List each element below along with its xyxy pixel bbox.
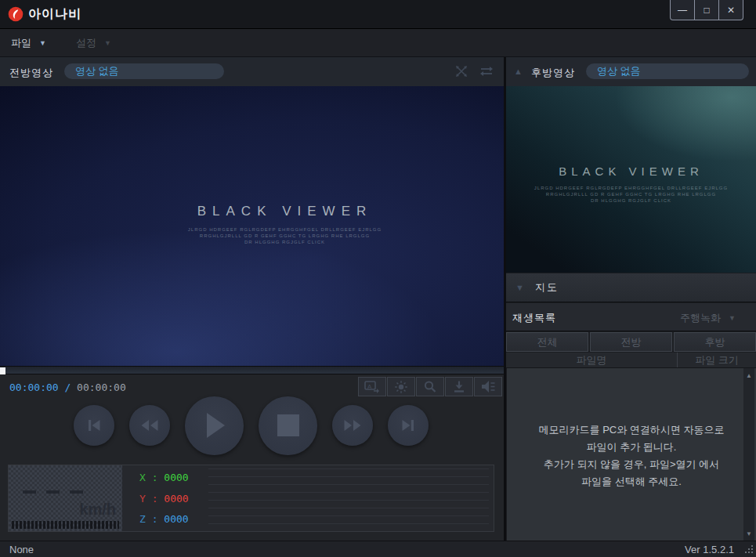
file-table-header: 파일명 파일 크기 bbox=[506, 353, 756, 368]
version-label: Ver 1.5.2.1 bbox=[685, 544, 734, 555]
map-section-header[interactable]: ▼ 지도 bbox=[506, 273, 756, 302]
skip-back-button[interactable] bbox=[74, 405, 114, 446]
window-controls: — □ ✕ bbox=[671, 0, 743, 20]
collapse-down-icon: ▼ bbox=[515, 283, 524, 292]
gsensor-z: Z : 0000 bbox=[139, 513, 201, 525]
scroll-up-icon[interactable]: ▲ bbox=[743, 370, 754, 381]
chevron-down-icon: ▼ bbox=[104, 39, 111, 47]
app-window: 아이나비 — □ ✕ 파일 ▼ 설정 ▼ 전방영상 영상 없음 ▲ bbox=[0, 0, 756, 557]
rewind-icon bbox=[139, 417, 160, 434]
column-filename[interactable]: 파일명 bbox=[506, 353, 678, 367]
app-title: 아이나비 bbox=[28, 6, 81, 23]
transport-controls bbox=[74, 394, 429, 457]
minimize-button[interactable]: — bbox=[670, 0, 695, 20]
gsensor-y: Y : 0000 bbox=[139, 493, 201, 505]
stop-icon bbox=[277, 414, 300, 437]
seek-handle[interactable] bbox=[0, 367, 5, 374]
map-title: 지도 bbox=[535, 280, 559, 295]
speed-tick-strip bbox=[12, 521, 119, 529]
seek-bar[interactable] bbox=[0, 366, 504, 374]
rear-video-view[interactable]: BLACK VIEWER JLRGD HDRGEEF RGLRGDEFP EHR… bbox=[506, 86, 756, 273]
telemetry-panel: km/h X : 0000 Y : 0000 Z : 0000 bbox=[8, 465, 494, 532]
capture-icon: A bbox=[364, 380, 381, 393]
column-filesize[interactable]: 파일 크기 bbox=[678, 353, 756, 367]
front-video-title: 전방영상 bbox=[9, 66, 53, 80]
empty-list-message: 메모리카드를 PC와 연결하시면 자동으로 파일이 추가 됩니다. 추가가 되지… bbox=[507, 421, 756, 490]
maximize-button[interactable]: □ bbox=[694, 0, 719, 20]
front-video-view[interactable]: BLACK VIEWER JLRGD HDRGEEF RGLRGDEFP EHR… bbox=[0, 86, 504, 366]
play-button[interactable] bbox=[185, 396, 244, 455]
brightness-icon bbox=[394, 380, 408, 394]
play-icon bbox=[201, 411, 228, 440]
file-list-scrollbar[interactable]: ▲ ▼ bbox=[743, 368, 754, 541]
resize-grip-icon[interactable] bbox=[743, 544, 754, 555]
status-text: None bbox=[9, 544, 34, 555]
watermark-title: BLACK VIEWER bbox=[33, 204, 504, 219]
rear-video-title: 후방영상 bbox=[531, 66, 575, 80]
menu-file-label: 파일 bbox=[11, 36, 31, 50]
menu-file[interactable]: 파일 ▼ bbox=[11, 36, 46, 50]
total-time: 00:00:00 bbox=[77, 382, 126, 393]
front-watermark: BLACK VIEWER JLRGD HDRGEEF RGLRGDEFP EHR… bbox=[33, 204, 504, 245]
close-button[interactable]: ✕ bbox=[718, 0, 743, 20]
title-bar: 아이나비 — □ ✕ bbox=[0, 0, 756, 29]
volume-icon bbox=[480, 380, 496, 393]
playback-panel: 00:00:00 / 00:00:00 A bbox=[0, 374, 504, 541]
skip-back-icon bbox=[85, 416, 103, 435]
filter-front-button[interactable]: 전방 bbox=[590, 332, 672, 352]
status-bar: None Ver 1.5.2.1 bbox=[0, 541, 756, 557]
menu-settings-label: 설정 bbox=[76, 36, 96, 50]
fast-forward-icon bbox=[342, 417, 363, 434]
collapse-up-icon[interactable]: ▲ bbox=[514, 67, 523, 76]
rewind-button[interactable] bbox=[129, 405, 170, 446]
playlist-header: 재생목록 주행녹화 ▼ bbox=[506, 303, 756, 331]
current-time: 00:00:00 bbox=[9, 382, 59, 393]
rear-watermark: BLACK VIEWER JLRGD HDRGEEF RGLRGDEFP EHR… bbox=[506, 165, 756, 204]
rear-video-status: 영상 없음 bbox=[586, 63, 749, 79]
filter-all-button[interactable]: 전체 bbox=[506, 332, 588, 352]
filter-rear-button[interactable]: 후방 bbox=[674, 332, 756, 352]
record-mode-value: 주행녹화 bbox=[680, 311, 721, 325]
rear-video-header: ▲ 후방영상 영상 없음 bbox=[506, 57, 756, 87]
chevron-down-icon: ▼ bbox=[729, 314, 736, 322]
gsensor-x: X : 0000 bbox=[139, 472, 201, 483]
svg-text:A: A bbox=[367, 383, 372, 390]
front-video-status: 영상 없음 bbox=[64, 63, 224, 79]
download-icon bbox=[452, 380, 466, 393]
time-display: 00:00:00 / 00:00:00 bbox=[9, 382, 126, 393]
volume-button[interactable] bbox=[474, 377, 502, 396]
gsensor-graph bbox=[208, 468, 489, 526]
gsensor-values: X : 0000 Y : 0000 Z : 0000 bbox=[122, 465, 201, 531]
menu-settings[interactable]: 설정 ▼ bbox=[76, 36, 111, 50]
playlist-title: 재생목록 bbox=[512, 311, 556, 325]
fullscreen-icon[interactable] bbox=[454, 63, 469, 79]
zoom-icon bbox=[423, 380, 437, 394]
chevron-down-icon: ▼ bbox=[39, 39, 46, 47]
fast-forward-button[interactable] bbox=[332, 405, 373, 446]
menu-bar: 파일 ▼ 설정 ▼ bbox=[0, 29, 756, 57]
swap-video-icon[interactable] bbox=[479, 63, 494, 79]
speed-gauge: km/h bbox=[9, 465, 122, 531]
scroll-down-icon[interactable]: ▼ bbox=[743, 528, 754, 539]
playlist-filters: 전체 전방 후방 bbox=[506, 332, 756, 352]
inavi-logo-icon bbox=[8, 6, 24, 22]
record-mode-select[interactable]: 주행녹화 ▼ bbox=[680, 311, 736, 325]
speed-value-dashes bbox=[23, 490, 83, 494]
file-list[interactable]: 메모리카드를 PC와 연결하시면 자동으로 파일이 추가 됩니다. 추가가 되지… bbox=[506, 368, 756, 541]
speed-unit-label: km/h bbox=[79, 501, 116, 519]
download-button[interactable] bbox=[445, 377, 473, 396]
skip-forward-button[interactable] bbox=[388, 405, 429, 446]
front-video-header: 전방영상 영상 없음 bbox=[0, 57, 504, 87]
skip-forward-icon bbox=[399, 416, 418, 435]
watermark-title: BLACK VIEWER bbox=[506, 165, 756, 178]
stop-button[interactable] bbox=[259, 396, 317, 455]
